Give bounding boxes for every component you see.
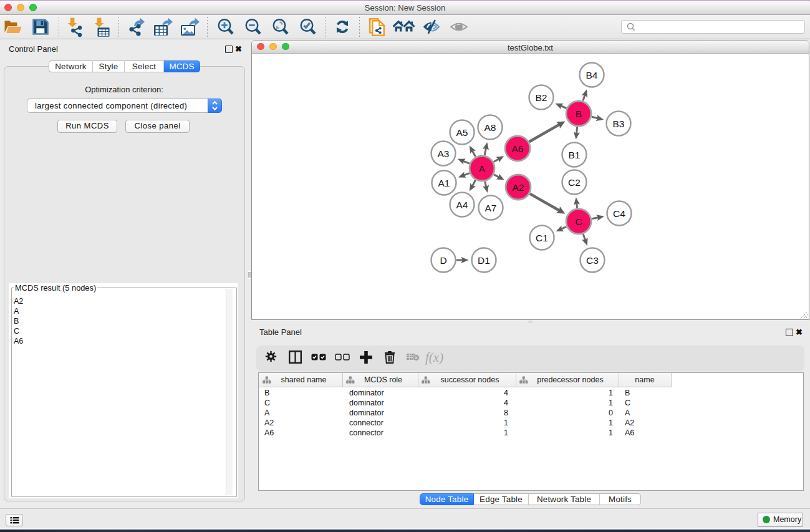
svg-text:A1: A1 [438, 178, 450, 188]
svg-text:C1: C1 [536, 233, 548, 243]
svg-text:A8: A8 [485, 122, 496, 133]
svg-text:D1: D1 [478, 255, 490, 266]
svg-text:D: D [440, 255, 446, 266]
svg-text:A4: A4 [456, 200, 468, 210]
svg-text:C3: C3 [586, 255, 599, 266]
svg-text:A3: A3 [438, 148, 450, 159]
svg-text:C: C [575, 216, 582, 227]
svg-text:B: B [576, 109, 582, 119]
svg-text:C4: C4 [613, 208, 625, 219]
svg-text:A6: A6 [512, 143, 524, 154]
svg-text:B1: B1 [569, 150, 581, 160]
svg-text:C2: C2 [568, 177, 581, 188]
svg-text:B2: B2 [536, 92, 547, 103]
svg-text:A5: A5 [456, 127, 468, 138]
svg-text:A7: A7 [485, 203, 497, 213]
svg-text:A: A [479, 163, 486, 174]
svg-text:A2: A2 [513, 182, 524, 193]
svg-text:B3: B3 [613, 118, 625, 129]
svg-text:B4: B4 [586, 70, 598, 80]
